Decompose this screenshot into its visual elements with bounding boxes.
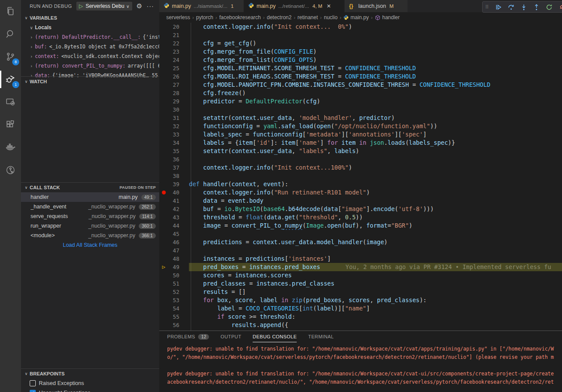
breakpoints-header[interactable]: ∨ BREAKPOINTS [21, 369, 159, 378]
load-all-stack-frames-link[interactable]: Load All Stack Frames [21, 242, 159, 251]
stack-frame-row[interactable]: _handle_event_nuclio_wrapper.py262:1 [21, 202, 159, 211]
line-gutter[interactable]: 51 [159, 280, 189, 288]
line-gutter[interactable]: 21 [159, 31, 189, 39]
close-icon[interactable]: ✕ [326, 3, 331, 9]
code-line[interactable]: 38 [159, 172, 562, 180]
code-line[interactable]: 56 results.append({ [159, 321, 562, 329]
drag-handle-icon[interactable]: ⠿ [485, 4, 489, 10]
line-gutter[interactable]: 39 [159, 180, 189, 188]
step-out-button[interactable] [533, 4, 540, 10]
code-line[interactable]: 27 cfg.MODEL.PANOPTIC_FPN.COMBINE.INSTAN… [159, 81, 562, 89]
line-gutter[interactable]: 54 [159, 304, 189, 313]
code-line[interactable]: 24 cfg.merge_from_list(CONFIG_OPTS) [159, 56, 562, 64]
line-gutter[interactable]: 34 [159, 139, 189, 147]
code-line[interactable]: 50 scores = instances.scores [159, 271, 562, 280]
code-line[interactable]: 26 cfg.MODEL.ROI_HEADS.SCORE_THRESH_TEST… [159, 72, 562, 81]
run-and-debug-icon[interactable]: 1 [0, 68, 21, 91]
breadcrumb-item-pytorch[interactable]: pytorch [196, 14, 213, 20]
watch-header[interactable]: ∨ WATCH [21, 77, 159, 86]
line-gutter[interactable]: 37 [159, 164, 189, 172]
explorer-icon[interactable] [0, 0, 21, 23]
breadcrumb-item-handler[interactable]: handler [375, 14, 400, 20]
code-line[interactable]: 21 [159, 31, 562, 39]
code-line[interactable]: 29 predictor = DefaultPredictor(cfg) [159, 97, 562, 106]
checkbox[interactable]: ✓ [30, 390, 36, 392]
code-line[interactable]: 35 setattr(context.user_data, "labels", … [159, 147, 562, 155]
code-line[interactable]: 28 cfg.freeze() [159, 89, 562, 97]
line-gutter[interactable]: 46 [159, 238, 189, 246]
breakpoint-icon[interactable] [160, 188, 167, 197]
breadcrumb-item-retinanet[interactable]: retinanet [298, 14, 318, 20]
code-editor[interactable]: 20 context.logger.info("Init context... … [159, 23, 562, 331]
tab-launch-json[interactable]: {} launch.json M [345, 0, 408, 12]
code-line[interactable]: 55 if score >= threshold: [159, 313, 562, 321]
code-line[interactable]: 54 label = COCO_CATEGORIES[int(label)]["… [159, 304, 562, 313]
checkbox[interactable] [30, 380, 36, 386]
code-line[interactable]: 53 for box, score, label in zip(pred_box… [159, 296, 562, 304]
line-gutter[interactable]: 30 [159, 106, 189, 114]
variable-row[interactable]: ›buf:<_io.BytesIO object at 0x7f5a2dc1ec… [21, 42, 159, 51]
breakpoint-row[interactable]: Raised Exceptions [21, 378, 159, 388]
panel-tab-terminal[interactable]: TERMINAL [308, 331, 334, 342]
line-gutter[interactable]: 20 [159, 23, 189, 31]
code-line[interactable]: 39def handler(context, event): [159, 180, 562, 188]
line-gutter[interactable]: 48 [159, 255, 189, 263]
code-line[interactable]: 42 buf = io.BytesIO(base64.b64decode(dat… [159, 205, 562, 213]
line-gutter[interactable]: 29 [159, 97, 189, 106]
breakpoint-row[interactable]: ✓Uncaught Exceptions [21, 388, 159, 392]
code-line[interactable]: 20 context.logger.info("Init context... … [159, 23, 562, 31]
line-gutter[interactable]: 22 [159, 39, 189, 48]
step-over-button[interactable] [508, 4, 514, 10]
step-into-button[interactable] [521, 4, 527, 10]
line-gutter[interactable]: 50 [159, 271, 189, 280]
line-gutter[interactable]: 52 [159, 288, 189, 296]
line-gutter[interactable]: 55 [159, 313, 189, 321]
line-gutter[interactable]: 44 [159, 222, 189, 230]
breadcrumb-item-facebookresearch[interactable]: facebookresearch [219, 14, 260, 20]
remote-explorer-icon[interactable] [0, 91, 21, 113]
search-icon[interactable] [0, 23, 21, 45]
line-gutter[interactable]: 56 [159, 321, 189, 329]
code-line[interactable]: 44 image = convert_PIL_to_numpy(Image.op… [159, 222, 562, 230]
code-line[interactable]: 22 cfg = get_cfg() [159, 39, 562, 48]
tab-main-py-retinanet[interactable]: main.py .../retinanet/... 4, M ✕ [244, 0, 345, 12]
line-gutter[interactable]: 43 [159, 213, 189, 222]
more-actions-icon[interactable]: ··· [147, 3, 154, 10]
breadcrumb-item-nuclio[interactable]: nuclio [324, 14, 337, 20]
code-line[interactable]: 41 data = event.body [159, 197, 562, 205]
start-debug-icon[interactable]: ▷ [79, 3, 83, 9]
line-gutter[interactable]: 26 [159, 72, 189, 81]
docker-icon[interactable] [0, 136, 21, 159]
line-gutter[interactable]: 38 [159, 172, 189, 180]
line-gutter[interactable]: 47 [159, 246, 189, 255]
restart-button[interactable] [546, 4, 552, 10]
code-line[interactable]: 45 [159, 230, 562, 238]
variable-row[interactable]: ›(return) convert_PIL_to_numpy:array([[[… [21, 61, 159, 71]
code-line[interactable]: 43 threshold = float(data.get("threshold… [159, 213, 562, 222]
line-gutter[interactable]: 32 [159, 122, 189, 130]
line-gutter[interactable]: 35 [159, 147, 189, 155]
line-gutter[interactable]: 31 [159, 114, 189, 122]
code-line[interactable]: 31 setattr(context.user_data, 'model_han… [159, 114, 562, 122]
stack-frame-row[interactable]: run_wrapper_nuclio_wrapper.py360:1 [21, 221, 159, 231]
code-line[interactable]: 37 context.logger.info("Init context...1… [159, 164, 562, 172]
panel-tab-problems[interactable]: PROBLEMS12 [167, 331, 209, 342]
scope-locals[interactable]: ∨ Locals [21, 23, 159, 32]
variables-header[interactable]: ∨ VARIABLES [21, 13, 159, 23]
disconnect-button[interactable] [559, 4, 562, 10]
breadcrumb-item-detectron2[interactable]: detectron2 [267, 14, 291, 20]
source-control-icon[interactable]: 8 [0, 45, 21, 68]
code-line[interactable]: 30 [159, 106, 562, 114]
line-gutter[interactable]: 40 [159, 188, 189, 197]
line-gutter[interactable]: 45 [159, 230, 189, 238]
variable-row[interactable]: ›context:<nuclio_sdk.context.Context obj… [21, 51, 159, 61]
code-line[interactable]: 33 labels_spec = functionconfig['metadat… [159, 130, 562, 139]
variable-row[interactable]: ›(return) DefaultPredictor.__call__:{'in… [21, 32, 159, 42]
line-gutter[interactable]: 28 [159, 89, 189, 97]
code-line[interactable]: ▷49 pred_boxes = instances.pred_boxesYou… [159, 263, 562, 271]
line-gutter[interactable]: 27 [159, 81, 189, 89]
code-line[interactable]: 23 cfg.merge_from_file(CONFIG_FILE) [159, 48, 562, 56]
code-line[interactable]: 46 predictions = context.user_data.model… [159, 238, 562, 246]
line-gutter[interactable]: 23 [159, 48, 189, 56]
code-line[interactable]: 51 pred_classes = instances.pred_classes [159, 280, 562, 288]
